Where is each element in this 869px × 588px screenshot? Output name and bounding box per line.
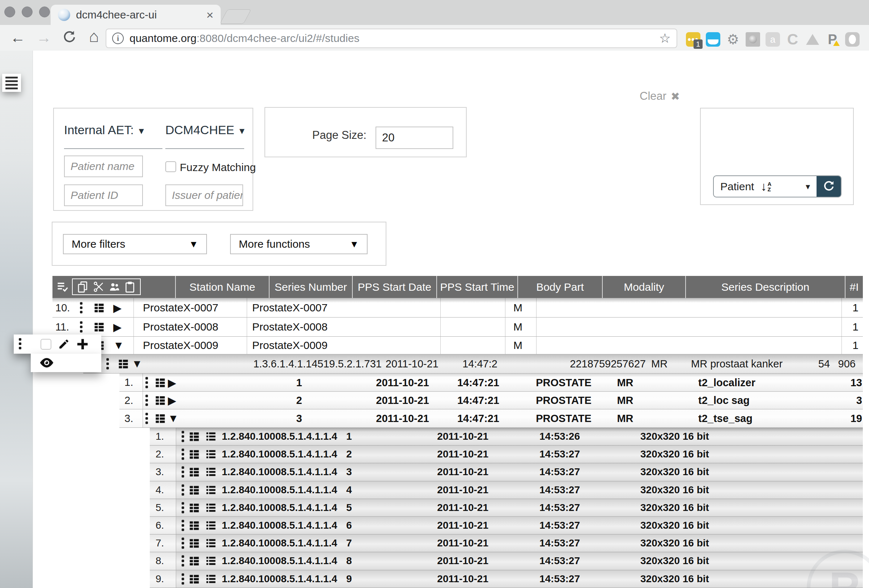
attributes-list-icon[interactable] (188, 555, 200, 566)
more-filters-select[interactable]: More filters ▼ (63, 234, 207, 254)
forward-button[interactable]: → (36, 29, 51, 46)
patient-name-input[interactable]: Patient name (64, 156, 143, 177)
reload-button[interactable] (62, 30, 77, 48)
row-menu-icon[interactable] (182, 449, 184, 460)
attributes-list-icon[interactable] (188, 484, 200, 495)
row-menu-icon[interactable] (145, 413, 148, 424)
row-menu-icon[interactable] (80, 321, 83, 333)
row-menu-icon[interactable] (145, 377, 148, 388)
chat-extension-icon[interactable]: a (765, 32, 780, 47)
patient-id-input[interactable]: Patient ID (64, 184, 143, 206)
column-header[interactable]: #I (845, 276, 863, 298)
password-manager-extension-icon[interactable]: ••• 1 (686, 32, 700, 47)
row-menu-icon[interactable] (182, 520, 184, 531)
attributes-list-icon[interactable] (154, 413, 166, 424)
row-menu-icon[interactable] (182, 573, 184, 584)
file-attributes-list-icon[interactable] (205, 555, 217, 566)
expand-toggle-icon[interactable]: ▼ (113, 339, 124, 351)
more-functions-select[interactable]: More functions ▼ (230, 234, 368, 254)
collapse-toggle-icon[interactable]: ▼ (132, 358, 142, 370)
row-menu-icon[interactable] (145, 395, 148, 406)
column-header[interactable]: PPS Start Time (436, 276, 518, 298)
attributes-list-icon[interactable] (117, 358, 129, 369)
attributes-list-icon[interactable] (188, 520, 200, 531)
view-eye-icon[interactable] (39, 357, 54, 368)
avatar-extension-icon[interactable] (746, 32, 760, 47)
row-menu-icon[interactable] (182, 538, 184, 549)
window-minimize-button[interactable] (22, 6, 33, 17)
address-bar[interactable]: i quantome.org:8080/dcm4chee-arc/ui2/#/s… (106, 28, 677, 48)
attributes-list-icon[interactable] (154, 395, 166, 406)
bookmark-star-icon[interactable]: ☆ (659, 31, 671, 46)
file-attributes-list-icon[interactable] (205, 573, 217, 584)
window-zoom-button[interactable] (39, 6, 50, 17)
refresh-button[interactable] (817, 176, 841, 197)
page-info-icon[interactable]: i (112, 33, 124, 44)
expand-toggle-icon[interactable]: ▼ (168, 412, 179, 425)
select-list-icon[interactable] (56, 281, 69, 294)
expand-toggle-icon[interactable]: ▶ (168, 376, 176, 389)
row-menu-icon[interactable] (19, 338, 21, 350)
c-logo-extension-icon[interactable]: C (786, 32, 800, 47)
internal-aet-select[interactable]: Internal AET:▾ (64, 123, 144, 137)
column-header[interactable]: Series Number (269, 276, 352, 298)
row-menu-icon[interactable] (182, 502, 184, 513)
row-menu-icon[interactable] (106, 358, 109, 370)
attributes-list-icon[interactable] (93, 321, 105, 332)
attributes-list-icon[interactable] (188, 573, 200, 584)
file-attributes-list-icon[interactable] (205, 538, 217, 549)
cut-icon[interactable] (93, 281, 104, 293)
column-header[interactable]: Body Part (518, 276, 602, 298)
aet-value-select[interactable]: DCM4CHEE▾ (165, 123, 245, 137)
attributes-list-icon[interactable] (188, 467, 200, 477)
row-menu-icon[interactable] (80, 302, 83, 313)
pocket-extension-icon[interactable] (706, 32, 720, 47)
oval-app-extension-icon[interactable] (845, 32, 860, 47)
expand-toggle-icon[interactable]: ▶ (113, 301, 122, 314)
browser-tab[interactable]: dcm4chee-arc-ui × (50, 5, 221, 25)
edit-pencil-icon[interactable] (58, 338, 70, 350)
paste-clipboard-icon[interactable] (124, 281, 136, 293)
attributes-list-icon[interactable] (188, 538, 200, 549)
file-attributes-list-icon[interactable] (205, 520, 217, 531)
attributes-list-icon[interactable] (188, 502, 200, 513)
drive-triangle-extension-icon[interactable] (805, 32, 820, 47)
column-header[interactable]: Modality (602, 276, 685, 298)
tab-close-icon[interactable]: × (206, 9, 214, 21)
attributes-list-icon[interactable] (154, 377, 166, 388)
add-plus-icon[interactable] (76, 338, 89, 350)
back-button[interactable]: ← (10, 29, 25, 46)
gear-extension-icon[interactable]: ⚙ (726, 32, 740, 47)
file-attributes-list-icon[interactable] (205, 431, 217, 442)
order-by-select[interactable]: Patient ↓AZ ▾ (714, 176, 817, 197)
row-menu-icon[interactable] (182, 467, 184, 478)
order-by-value: Patient (720, 181, 754, 193)
copy-icon[interactable] (77, 281, 89, 293)
menu-hamburger-button[interactable] (2, 74, 21, 92)
select-checkbox[interactable] (40, 339, 51, 350)
column-header[interactable]: PPS Start Date (352, 276, 436, 298)
window-close-button[interactable] (4, 6, 15, 17)
file-attributes-list-icon[interactable] (205, 449, 217, 460)
attributes-list-icon[interactable] (188, 431, 200, 442)
attributes-list-icon[interactable] (188, 449, 200, 460)
row-menu-icon[interactable] (182, 484, 184, 495)
fuzzy-matching-checkbox[interactable] (165, 161, 176, 172)
expand-toggle-icon[interactable]: ▶ (168, 394, 176, 407)
merge-patients-icon[interactable] (108, 281, 120, 293)
column-header[interactable]: Station Name (175, 276, 269, 298)
new-tab-button[interactable] (219, 9, 251, 24)
file-attributes-list-icon[interactable] (205, 467, 217, 477)
page-size-input[interactable]: 20 (375, 127, 453, 149)
attributes-list-icon[interactable] (93, 302, 105, 313)
row-menu-icon[interactable] (182, 555, 184, 567)
issuer-of-patient-input[interactable]: Issuer of patient (165, 184, 243, 206)
expand-toggle-icon[interactable]: ▶ (113, 321, 122, 333)
p-warning-extension-icon[interactable]: P (825, 32, 840, 47)
file-attributes-list-icon[interactable] (205, 502, 217, 513)
row-menu-icon[interactable] (182, 431, 184, 442)
clear-filters-button[interactable]: Clear ✖ (640, 90, 680, 103)
file-attributes-list-icon[interactable] (205, 484, 217, 495)
home-button[interactable]: ⌂ (89, 28, 99, 44)
column-header[interactable]: Series Description (685, 276, 845, 298)
